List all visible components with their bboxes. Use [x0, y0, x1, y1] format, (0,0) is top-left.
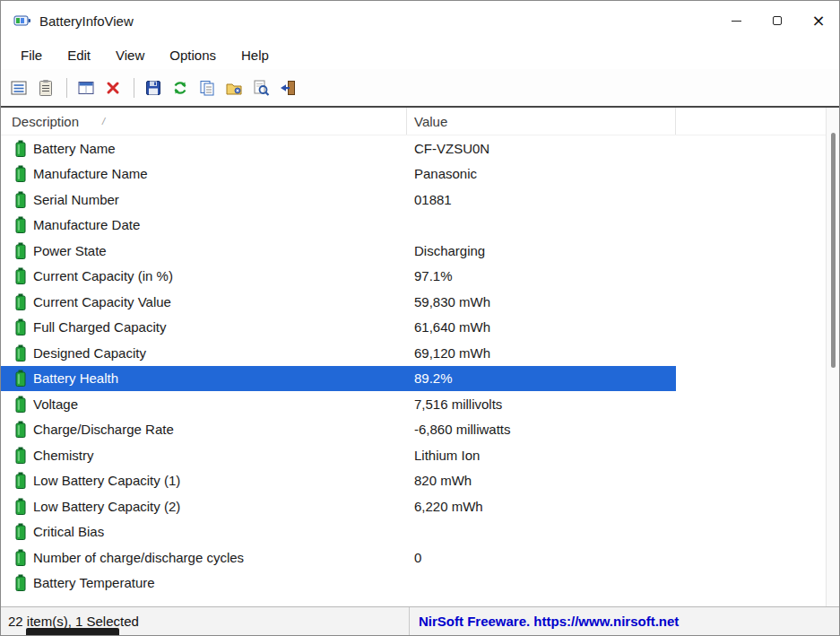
battery-icon — [15, 523, 26, 540]
row-value-cell: 0 — [407, 550, 676, 565]
table-row[interactable]: Current Capacity Value 59,830 mWh — [1, 289, 676, 315]
table-row[interactable]: Manufacture Date — [1, 213, 676, 239]
table-row[interactable]: Chemistry Lithium Ion — [1, 442, 676, 468]
details-view-button[interactable] — [6, 75, 31, 100]
battery-icon — [15, 549, 26, 566]
nirsoft-link[interactable]: NirSoft Freeware. https://www.nirsoft.ne… — [409, 607, 839, 635]
table-row[interactable]: Number of charge/discharge cycles 0 — [1, 545, 676, 571]
exit-icon — [279, 79, 297, 97]
row-description: Charge/Discharge Rate — [33, 422, 174, 437]
row-description: Voltage — [33, 396, 78, 412]
battery-icon — [15, 447, 26, 464]
battery-icon — [15, 421, 26, 438]
choose-columns-button[interactable] — [74, 75, 99, 100]
column-header-value-label: Value — [414, 114, 447, 129]
row-value: CF-VZSU0N — [414, 141, 489, 156]
row-description: Low Battery Capacity (2) — [33, 499, 180, 514]
table-body: Battery Name CF-VZSU0N Manufacture Name … — [1, 135, 839, 596]
table-row[interactable]: Battery Name CF-VZSU0N — [1, 135, 676, 161]
save-icon — [144, 79, 162, 97]
list-view: Description / Value Battery Name CF-VZSU… — [1, 108, 839, 606]
menu-item-file[interactable]: File — [12, 45, 51, 65]
window-title: BatteryInfoView — [39, 13, 134, 29]
table-row[interactable]: Charge/Discharge Rate -6,860 milliwatts — [1, 417, 676, 443]
close-button[interactable]: × — [798, 1, 839, 40]
row-value-cell: CF-VZSU0N — [407, 141, 676, 156]
menu-item-edit[interactable]: Edit — [58, 45, 100, 65]
row-value: 61,640 mWh — [414, 319, 490, 335]
battery-icon — [15, 318, 26, 335]
properties-button[interactable] — [221, 75, 247, 100]
row-description: Manufacture Name — [33, 166, 148, 181]
table-row[interactable]: Voltage 7,516 millivolts — [1, 391, 676, 417]
table-row[interactable]: Serial Number 01881 — [1, 187, 676, 213]
table-row[interactable]: Critical Bias — [1, 519, 676, 545]
row-value: 69,120 mWh — [414, 345, 490, 361]
row-description: Battery Temperature — [33, 575, 155, 590]
row-description: Designed Capacity — [33, 345, 146, 361]
minimize-icon — [732, 21, 741, 22]
row-value-cell: 61,640 mWh — [407, 319, 676, 335]
row-value-cell: 59,830 mWh — [407, 294, 676, 309]
row-description-cell: Critical Bias — [1, 519, 407, 545]
row-value: -6,860 milliwatts — [414, 422, 511, 437]
row-value-cell: Discharging — [407, 243, 676, 258]
row-description: Serial Number — [33, 192, 119, 207]
menu-item-options[interactable]: Options — [160, 45, 225, 65]
details-view-icon — [10, 79, 28, 97]
row-description-cell: Charge/Discharge Rate — [1, 417, 407, 443]
row-description-cell: Full Charged Capacity — [1, 315, 407, 341]
row-value: 0 — [414, 550, 421, 565]
table-row[interactable]: Battery Health 89.2% — [1, 366, 676, 392]
row-description-cell: Power State — [1, 238, 407, 264]
report-button[interactable] — [33, 75, 58, 100]
toolbar-separator — [134, 78, 134, 98]
scrollbar-thumb[interactable] — [831, 133, 836, 368]
row-description: Manufacture Date — [33, 217, 140, 232]
table-row[interactable]: Low Battery Capacity (1) 820 mWh — [1, 468, 676, 494]
delete-button[interactable] — [100, 75, 126, 100]
table-row[interactable]: Power State Discharging — [1, 238, 676, 264]
refresh-button[interactable] — [168, 75, 193, 100]
minimize-button[interactable] — [715, 1, 757, 40]
battery-icon — [15, 472, 26, 489]
battery-icon — [15, 191, 26, 208]
table-row[interactable]: Designed Capacity 69,120 mWh — [1, 340, 676, 366]
table-row[interactable]: Low Battery Capacity (2) 6,220 mWh — [1, 493, 676, 519]
title-bar[interactable]: BatteryInfoView × — [1, 1, 839, 40]
maximize-button[interactable] — [757, 1, 798, 40]
row-value: Lithium Ion — [414, 448, 480, 463]
row-description-cell: Voltage — [1, 391, 407, 417]
battery-icon — [15, 165, 26, 182]
row-description: Number of charge/discharge cycles — [33, 550, 244, 565]
exit-button[interactable] — [275, 75, 300, 100]
row-value: 01881 — [414, 192, 452, 207]
app-icon[interactable] — [13, 12, 31, 30]
column-header-description-label: Description — [12, 114, 79, 129]
row-value-cell: Lithium Ion — [407, 448, 676, 463]
menu-item-help[interactable]: Help — [232, 45, 278, 65]
toolbar — [1, 69, 839, 106]
column-header-description[interactable]: Description / — [1, 108, 407, 135]
battery-icon — [15, 293, 26, 310]
table-row[interactable]: Battery Temperature — [1, 571, 676, 597]
row-value-cell: 89.2% — [407, 370, 676, 386]
column-header-value[interactable]: Value — [407, 108, 676, 135]
row-description-cell: Chemistry — [1, 442, 407, 468]
battery-icon — [15, 216, 26, 233]
table-row[interactable]: Manufacture Name Panasonic — [1, 161, 676, 187]
row-value-cell: 6,220 mWh — [407, 499, 676, 514]
list-header: Description / Value — [1, 108, 839, 135]
row-description-cell: Serial Number — [1, 187, 407, 213]
menu-item-view[interactable]: View — [107, 45, 153, 65]
vertical-scrollbar[interactable] — [826, 108, 839, 606]
copy-button[interactable] — [195, 75, 220, 100]
close-icon: × — [811, 13, 825, 29]
table-row[interactable]: Full Charged Capacity 61,640 mWh — [1, 315, 676, 341]
save-button[interactable] — [141, 75, 166, 100]
find-button[interactable] — [248, 75, 273, 100]
table-row[interactable]: Current Capacity (in %) 97.1% — [1, 264, 676, 290]
app-window: BatteryInfoView × File Edit View Options… — [1, 1, 839, 635]
row-description: Current Capacity (in %) — [33, 268, 173, 283]
row-description-cell: Number of charge/discharge cycles — [1, 545, 407, 571]
